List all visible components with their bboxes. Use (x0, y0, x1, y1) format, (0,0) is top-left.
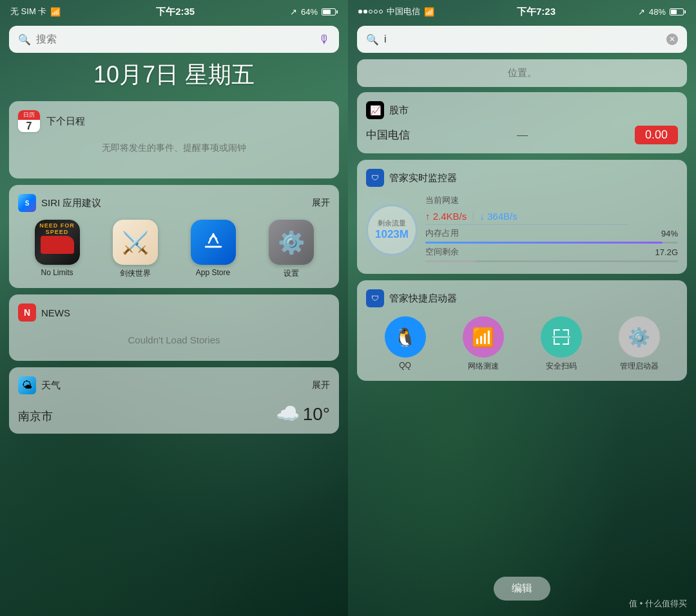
app-label-nolimits: No Limits (41, 268, 73, 277)
mem-row: 内存占用 94% (425, 227, 678, 239)
app-icon-jx: ⚔️ (113, 220, 158, 265)
launcher-item-qq[interactable]: 🐧 QQ (385, 316, 426, 372)
right-panel: 中国电信 📶 下午7:23 ↗ 48% 🔍 ✕ 位置。 📈 股市 中国电信 — (348, 0, 696, 616)
weather-widget-title: 天气 (41, 380, 61, 392)
speed-label: 当前网速 (425, 195, 459, 206)
dot5 (379, 10, 383, 14)
news-empty-text: Couldn't Load Stories (18, 334, 330, 345)
clear-button[interactable]: ✕ (666, 34, 678, 45)
right-location-icon: ↗ (638, 7, 645, 17)
right-search-icon: 🔍 (366, 34, 379, 46)
weather-cloud-icon: ☁️ (276, 403, 300, 424)
mem-progress-bar (425, 242, 678, 244)
launcher-icon-header: 🛡 (366, 289, 384, 307)
news-logo: N (18, 303, 36, 322)
news-widget-header: N NEWS (18, 303, 330, 322)
left-search-bar[interactable]: 🔍 🎙 (9, 26, 339, 53)
app-icon-settings: ⚙️ (269, 220, 314, 265)
search-icon: 🔍 (18, 34, 31, 46)
circle-value: 1023M (375, 228, 409, 241)
battery-icon (322, 8, 338, 15)
weather-widget-header: 🌤 天气 展开 (18, 376, 330, 394)
launcher-icon-scan (541, 316, 582, 358)
launcher-label-scan: 安全扫码 (546, 361, 577, 372)
launcher-title: 管家快捷启动器 (389, 293, 457, 305)
weather-title-row: 🌤 天气 (18, 376, 61, 394)
speed-up: ↑ 2.4KB/s (425, 211, 467, 222)
divider (425, 224, 628, 225)
weather-expand-button[interactable]: 展开 (312, 380, 330, 391)
monitor-title: 管家实时监控器 (389, 172, 457, 184)
launcher-icon-qq: 🐧 (385, 316, 426, 358)
mem-value: 94% (661, 229, 678, 238)
left-status-right: ↗ 64% (290, 7, 338, 17)
siri-logo: S (18, 194, 36, 212)
monitor-circle: 剩余流量 1023M (366, 204, 418, 256)
mic-icon[interactable]: 🎙 (318, 33, 330, 46)
right-status-left: 中国电信 📶 (358, 6, 434, 17)
app-icon-appstore (191, 220, 236, 265)
settings-inner: ⚙️ (269, 220, 314, 265)
date-heading: 10月7日 星期五 (0, 59, 348, 91)
mem-progress-fill (425, 242, 662, 244)
launcher-item-scan[interactable]: 安全扫码 (541, 316, 582, 372)
launcher-icons-row: 🐧 QQ 📶 网络测速 (366, 316, 678, 372)
storage-value: 17.2G (655, 247, 678, 257)
news-title-row: N NEWS (18, 303, 70, 322)
weather-temp: 10° (303, 404, 330, 424)
mem-label: 内存占用 (425, 227, 459, 239)
speed-row: ↑ 2.4KB/s | ↓ 364B/s (425, 210, 678, 222)
storage-row: 空间剩余 17.2G (425, 246, 678, 258)
calendar-icon: 日历 7 (18, 110, 40, 132)
launcher-icon-gear: ⚙️ (619, 316, 660, 358)
siri-expand-button[interactable]: 展开 (312, 197, 330, 209)
svg-rect-9 (552, 336, 570, 338)
weather-content: 南京市 ☁️ 10° (18, 402, 330, 425)
stock-title: 股市 (389, 104, 409, 117)
app-item-settings[interactable]: ⚙️ 设置 (259, 220, 324, 279)
monitor-icon: 🛡 (366, 169, 384, 187)
right-search-input[interactable] (384, 34, 661, 45)
app-label-appstore: App Store (196, 268, 230, 277)
app-label-jx: 剑侠世界 (120, 268, 151, 279)
launcher-item-wifi[interactable]: 📶 网络测速 (463, 316, 504, 372)
weather-logo: 🌤 (18, 376, 36, 394)
weather-city: 南京市 (18, 409, 53, 424)
right-battery-percent: 48% (649, 7, 666, 17)
app-item-nolimits[interactable]: NEED FORSPEED No Limits (25, 220, 90, 279)
right-carrier: 中国电信 (387, 6, 420, 17)
cal-day-number: 7 (26, 120, 32, 132)
spotlight-result: 位置。 (357, 59, 687, 87)
signal-dots (358, 10, 383, 14)
left-search-input[interactable] (36, 34, 313, 45)
right-wifi-icon: 📶 (424, 7, 434, 17)
right-search-bar[interactable]: 🔍 ✕ (357, 26, 687, 53)
launcher-widget: 🛡 管家快捷启动器 🐧 QQ 📶 网络测速 (357, 280, 687, 381)
left-status-bar: 无 SIM 卡 📶 下午2:35 ↗ 64% (0, 0, 348, 23)
speed-header-row: 当前网速 (425, 195, 678, 206)
left-panel: 无 SIM 卡 📶 下午2:35 ↗ 64% 🔍 🎙 10月7日 星期五 日历 … (0, 0, 348, 616)
monitor-header: 🛡 管家实时监控器 (366, 169, 678, 187)
app-item-appstore[interactable]: App Store (181, 220, 246, 279)
location-icon: ↗ (290, 7, 297, 17)
stock-row: 中国电信 — 0.00 (366, 126, 678, 144)
launcher-item-gear[interactable]: ⚙️ 管理启动器 (619, 316, 660, 372)
stock-header: 📈 股市 (366, 101, 678, 119)
edit-button[interactable]: 编辑 (494, 577, 550, 601)
svg-rect-6 (554, 338, 555, 345)
right-battery-icon (670, 8, 686, 15)
app-item-jx[interactable]: ⚔️ 剑侠世界 (103, 220, 168, 279)
circle-label: 剩余流量 (378, 218, 406, 228)
monitor-body: 剩余流量 1023M 当前网速 ↑ 2.4KB/s | ↓ 364B/s 内存占… (366, 195, 678, 265)
dot4 (374, 10, 378, 14)
stock-price: 0.00 (635, 126, 678, 144)
news-widget-title: NEWS (41, 307, 70, 318)
dot2 (363, 10, 367, 14)
right-time: 下午7:23 (517, 6, 556, 18)
jx-inner: ⚔️ (113, 220, 158, 265)
launcher-label-wifi: 网络测速 (468, 361, 499, 372)
launcher-label-gear: 管理启动器 (620, 361, 659, 372)
storage-label: 空间剩余 (425, 246, 459, 258)
storage-progress-fill (425, 260, 476, 262)
weather-widget: 🌤 天气 展开 南京市 ☁️ 10° (9, 367, 339, 434)
